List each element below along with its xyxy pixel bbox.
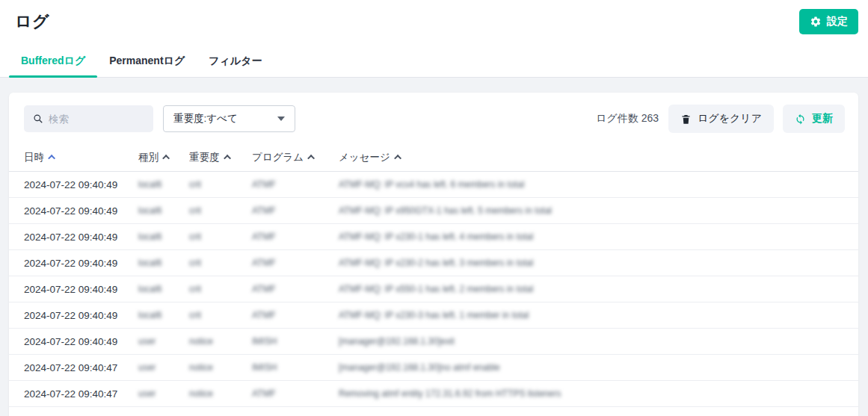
log-facility: local6 [138,179,189,190]
table-header-row: 日時 種別 重要度 プログラム メッセージ [9,143,858,172]
log-facility: local6 [138,284,189,294]
tab-buffered-log[interactable]: Bufferedログ [9,45,97,77]
log-datetime: 2024-07-22 09:40:49 [24,284,138,295]
sort-asc-icon [307,155,315,162]
table-row[interactable]: 2024-07-22 09:40:49 local6 crit ATMF ATM… [9,250,858,276]
log-severity: notice [189,388,252,399]
sort-asc-icon [162,155,170,162]
table-body: 2024-07-22 09:40:49 local6 crit ATMF ATM… [9,172,858,407]
log-severity: crit [189,310,252,320]
settings-button[interactable]: 設定 [799,9,858,34]
log-severity: notice [189,362,252,373]
log-facility: user [138,362,189,373]
log-program: ATMF [252,258,339,268]
column-header-message[interactable]: メッセージ [339,151,858,164]
log-severity: crit [189,179,252,190]
column-header-severity[interactable]: 重要度 [189,151,252,164]
log-facility: local6 [138,258,189,268]
refresh-label: 更新 [812,112,833,125]
log-count-value: 263 [641,112,659,124]
log-message: ATMF-MQ: IP x950GTX-1 has left. 5 member… [339,205,858,216]
log-program: IMISH [252,362,339,373]
severity-filter-value: 重要度:すべて [173,112,238,125]
log-severity: crit [189,205,252,216]
refresh-button[interactable]: 更新 [783,105,845,133]
column-header-datetime[interactable]: 日時 [24,151,138,164]
log-program: ATMF [252,205,339,216]
sort-asc-icon [224,155,231,162]
log-datetime: 2024-07-22 09:40:49 [24,179,138,190]
log-message: [manager@192.168.1.30]exit [339,336,858,347]
toolbar: 重要度:すべて ログ件数263 ログをクリア 更新 [9,93,858,133]
log-message: ATMF-MQ: IP x230-2 has left. 3 members i… [339,258,858,268]
log-table: 日時 種別 重要度 プログラム メッセージ 2024-07-22 09:40:4… [9,143,858,407]
log-card: 重要度:すべて ログ件数263 ログをクリア 更新 日時 種別 重要度 プログラ… [9,93,858,416]
log-program: IMISH [252,336,339,347]
refresh-icon [795,114,806,125]
gear-icon [810,16,822,28]
severity-filter-select[interactable]: 重要度:すべて [163,105,295,132]
content-area: 重要度:すべて ログ件数263 ログをクリア 更新 日時 種別 重要度 プログラ… [0,78,868,416]
tab-bar: Bufferedログ Permanentログ フィルター [0,45,868,78]
table-row[interactable]: 2024-07-22 09:40:49 user notice IMISH [m… [9,329,858,355]
log-facility: user [138,388,189,399]
search-icon [33,114,43,124]
log-severity: crit [189,232,252,242]
log-facility: local6 [138,310,189,320]
log-program: ATMF [252,232,339,242]
clear-logs-button[interactable]: ログをクリア [668,105,774,133]
search-input[interactable] [49,114,138,125]
log-severity: notice [189,336,252,347]
column-header-program[interactable]: プログラム [252,151,339,164]
search-box[interactable] [24,105,153,132]
settings-button-label: 設定 [827,15,848,28]
log-count: ログ件数263 [596,112,659,125]
log-datetime: 2024-07-22 09:40:49 [24,258,138,269]
log-severity: crit [189,258,252,268]
column-header-facility[interactable]: 種別 [138,151,189,164]
log-datetime: 2024-07-22 09:40:49 [24,232,138,243]
table-row[interactable]: 2024-07-22 09:40:49 local6 crit ATMF ATM… [9,276,858,302]
tab-permanent-log[interactable]: Permanentログ [97,45,197,77]
clear-logs-label: ログをクリア [698,112,762,125]
page-header: ログ 設定 [0,0,868,45]
table-row[interactable]: 2024-07-22 09:40:49 local6 crit ATMF ATM… [9,198,858,224]
log-message: ATMF-MQ: IP x550-1 has left. 2 members i… [339,284,858,294]
log-facility: local6 [138,205,189,216]
trash-icon [680,114,692,125]
log-datetime: 2024-07-22 09:40:47 [24,388,138,400]
log-program: ATMF [252,284,339,294]
page-title: ログ [15,10,49,33]
log-program: ATMF [252,179,339,190]
sort-asc-icon [48,155,55,162]
log-count-label: ログ件数 [596,112,638,124]
log-message: [manager@192.168.1.30]no atmf enable [339,362,858,373]
log-message: ATMF-MQ: IP x230-1 has left. 4 members i… [339,232,858,242]
log-severity: crit [189,284,252,294]
table-row[interactable]: 2024-07-22 09:40:47 user notice IMISH [m… [9,355,858,381]
log-datetime: 2024-07-22 09:40:49 [24,205,138,217]
table-row[interactable]: 2024-07-22 09:40:49 local6 crit ATMF ATM… [9,302,858,329]
table-row[interactable]: 2024-07-22 09:40:49 local6 crit ATMF ATM… [9,224,858,250]
table-row[interactable]: 2024-07-22 09:40:49 local6 crit ATMF ATM… [9,172,858,198]
log-message: Removing atmf entity 172.31.6.92 from HT… [339,388,858,399]
log-message: ATMF-MQ: IP x230-3 has left. 1 member in… [339,310,858,320]
log-datetime: 2024-07-22 09:40:47 [24,362,138,373]
log-message: ATMF-MQ: IP vcs4 has left. 6 members in … [339,179,858,190]
log-datetime: 2024-07-22 09:40:49 [24,310,138,321]
chevron-down-icon [277,117,285,121]
log-datetime: 2024-07-22 09:40:49 [24,336,138,347]
table-row[interactable]: 2024-07-22 09:40:47 user notice ATMF Rem… [9,381,858,407]
log-facility: local6 [138,232,189,242]
log-program: ATMF [252,388,339,399]
tab-filter[interactable]: フィルター [197,45,274,77]
sort-asc-icon [394,155,401,162]
log-facility: user [138,336,189,347]
log-program: ATMF [252,310,339,320]
